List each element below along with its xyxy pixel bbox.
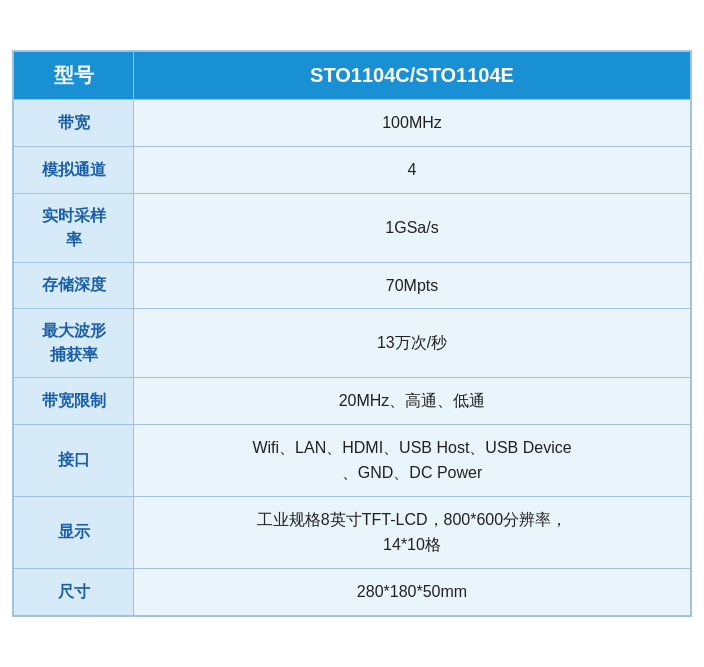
table-row: 存储深度70Mpts (14, 262, 691, 309)
row-2-value: 1GSa/s (134, 193, 691, 262)
row-7-label: 显示 (14, 496, 134, 568)
table-row: 带宽100MHz (14, 100, 691, 147)
spec-table: 型号 STO1104C/STO1104E 带宽100MHz模拟通道4实时采样率1… (12, 50, 692, 616)
row-5-label: 带宽限制 (14, 378, 134, 425)
row-7-value: 工业规格8英寸TFT-LCD，800*600分辨率，14*10格 (134, 496, 691, 568)
row-2-label: 实时采样率 (14, 193, 134, 262)
row-6-label: 接口 (14, 424, 134, 496)
row-4-label: 最大波形捕获率 (14, 309, 134, 378)
row-0-label: 带宽 (14, 100, 134, 147)
header-row: 型号 STO1104C/STO1104E (14, 52, 691, 100)
row-5-value: 20MHz、高通、低通 (134, 378, 691, 425)
table-row: 模拟通道4 (14, 146, 691, 193)
table-row: 尺寸280*180*50mm (14, 569, 691, 616)
row-1-label: 模拟通道 (14, 146, 134, 193)
header-label: 型号 (14, 52, 134, 100)
row-3-value: 70Mpts (134, 262, 691, 309)
row-1-value: 4 (134, 146, 691, 193)
table-row: 接口Wifi、LAN、HDMI、USB Host、USB Device、GND、… (14, 424, 691, 496)
row-3-label: 存储深度 (14, 262, 134, 309)
row-4-value: 13万次/秒 (134, 309, 691, 378)
header-value: STO1104C/STO1104E (134, 52, 691, 100)
row-6-value: Wifi、LAN、HDMI、USB Host、USB Device、GND、DC… (134, 424, 691, 496)
table-row: 实时采样率1GSa/s (14, 193, 691, 262)
row-8-value: 280*180*50mm (134, 569, 691, 616)
row-8-label: 尺寸 (14, 569, 134, 616)
table-row: 最大波形捕获率13万次/秒 (14, 309, 691, 378)
table-row: 带宽限制20MHz、高通、低通 (14, 378, 691, 425)
row-0-value: 100MHz (134, 100, 691, 147)
table-row: 显示工业规格8英寸TFT-LCD，800*600分辨率，14*10格 (14, 496, 691, 568)
